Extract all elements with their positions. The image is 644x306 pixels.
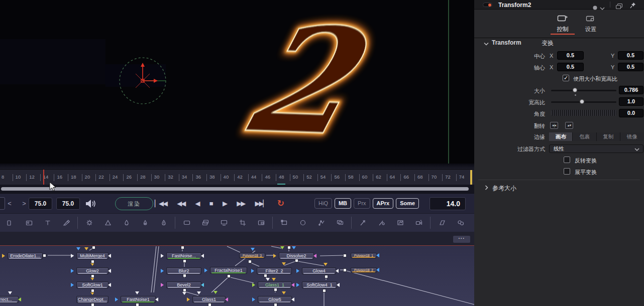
image-plane-3d-icon[interactable] <box>433 216 451 230</box>
connector-square[interactable] <box>295 259 298 262</box>
connector-white-arrow[interactable] <box>108 283 111 287</box>
connector-blue-arrow[interactable] <box>161 269 164 273</box>
edge-option-2[interactable]: 复制 <box>597 132 620 141</box>
levels-icon[interactable] <box>98 216 117 230</box>
connector-white-arrow[interactable] <box>201 254 204 258</box>
play-button[interactable]: ▶ <box>223 197 227 210</box>
connector-blue-arrow[interactable] <box>376 268 379 272</box>
quality-aprx-button[interactable]: APrx <box>373 198 394 209</box>
timeline-scrollbar[interactable] <box>1 187 469 191</box>
viewer-panel[interactable]: 2 2 2 2 <box>0 0 474 167</box>
pivot-x-field[interactable]: 0.5 <box>557 63 584 71</box>
blur-icon[interactable] <box>117 216 136 230</box>
node-Polygon18_2[interactable]: Polygon18_2 <box>351 267 377 273</box>
connector-white-arrow[interactable] <box>197 291 201 294</box>
flatten-transform-checkbox[interactable] <box>564 168 570 175</box>
center-x-field[interactable]: 0.5 <box>557 51 584 60</box>
connector-square[interactable] <box>227 274 231 278</box>
connector-yellow-arrow[interactable] <box>187 297 190 301</box>
aspect-field[interactable]: 1.0 <box>619 97 643 106</box>
sharpen-icon[interactable] <box>154 216 173 230</box>
connector-square[interactable] <box>264 274 267 277</box>
quality-mb-button[interactable]: MB <box>335 198 351 209</box>
merge-icon[interactable] <box>177 216 196 230</box>
pivot-y-field[interactable]: 0.5 <box>618 63 643 71</box>
edge-option-0[interactable]: 画布 <box>549 132 572 141</box>
media-in-icon[interactable] <box>1 216 20 230</box>
connector-white-arrow[interactable] <box>108 254 111 258</box>
node-Glow5[interactable]: Glow5 <box>258 296 292 303</box>
playhead[interactable] <box>43 170 44 185</box>
connector-blue-arrow[interactable] <box>76 247 80 250</box>
connector-white-arrow[interactable] <box>291 297 294 301</box>
color-corrector-icon[interactable] <box>80 216 98 230</box>
go-last-button[interactable]: ▶▶▏ <box>255 197 267 210</box>
connector-blue-arrow[interactable] <box>71 269 74 273</box>
transform-section-chevron[interactable] <box>484 40 489 47</box>
connector-blue-arrow[interactable] <box>292 246 296 249</box>
connector-blue-arrow[interactable] <box>251 248 255 251</box>
connector-yellow-arrow[interactable] <box>90 263 94 266</box>
node-Polygon18_3[interactable]: Polygon18_3 <box>239 253 265 258</box>
connector-square[interactable] <box>274 288 277 291</box>
angle-field[interactable]: 0.0 <box>619 109 643 117</box>
size-slider-handle[interactable] <box>573 88 577 92</box>
connector-square[interactable] <box>287 246 291 249</box>
ellipse-mask-icon[interactable] <box>293 216 312 230</box>
multi-merge-icon[interactable] <box>196 216 214 230</box>
node-enable-toggle[interactable] <box>483 3 492 7</box>
range-start-field[interactable]: 75.0 <box>29 198 52 210</box>
size-slider-track[interactable] <box>551 90 616 91</box>
invert-transform-checkbox[interactable] <box>564 157 570 163</box>
quality-prx-button[interactable]: Prx <box>354 198 370 209</box>
rectangle-mask-icon[interactable] <box>275 216 293 230</box>
connector-pink-arrow[interactable] <box>161 283 164 287</box>
connector-white-arrow[interactable] <box>71 254 74 258</box>
connector-blue-arrow[interactable] <box>204 268 207 272</box>
connector-lime-arrow[interactable] <box>213 291 218 294</box>
node-Filter2_2[interactable]: Filter2_2 <box>257 267 292 274</box>
node-ErodeDilate1[interactable]: ErodeDilate1... <box>8 252 43 259</box>
connector-blue-arrow[interactable] <box>296 283 299 287</box>
node-Glow4[interactable]: Glow4 <box>302 267 336 274</box>
renderer-3d-icon[interactable] <box>391 216 409 230</box>
step-forward-button[interactable]: > <box>20 197 29 210</box>
node-Correct[interactable]: Correct... <box>0 296 19 303</box>
angle-thumbwheel[interactable] <box>551 110 616 116</box>
current-frame-field[interactable]: 14.0 <box>430 197 466 210</box>
camera-3d-icon[interactable] <box>409 216 428 230</box>
connector-square[interactable] <box>43 254 46 257</box>
connector-white-arrow[interactable] <box>266 278 270 281</box>
connector-pink-arrow[interactable] <box>291 283 294 287</box>
connector-square[interactable] <box>91 260 94 263</box>
connector-white-arrow[interactable] <box>337 283 340 287</box>
connector-white-arrow[interactable] <box>8 291 12 294</box>
node-editor-menu-button[interactable]: ··· <box>453 236 470 243</box>
edge-stub-button[interactable] <box>0 197 5 210</box>
flip-vertical-button[interactable]: ▴-▾ <box>565 122 573 129</box>
connector-white-arrow[interactable] <box>336 269 339 273</box>
connector-square[interactable] <box>325 275 328 278</box>
node-ChangeDept[interactable]: ChangeDept... <box>76 296 109 303</box>
connector-yellow-arrow[interactable] <box>324 263 328 266</box>
node-FastNoise[interactable]: FastNoise... <box>166 252 201 259</box>
connector-square[interactable] <box>343 268 347 272</box>
audio-mute-button[interactable] <box>84 199 96 209</box>
crop-icon[interactable] <box>233 216 252 230</box>
connector-square[interactable] <box>183 274 186 277</box>
media-out-icon[interactable] <box>214 216 233 230</box>
filter-method-dropdown[interactable]: 线性 <box>549 144 643 153</box>
node-FastNoise1[interactable]: FastNoise1 <box>121 296 156 303</box>
connector-square[interactable] <box>91 303 94 306</box>
connector-square[interactable] <box>323 289 326 292</box>
node-FractalNoise1[interactable]: FractalNoise1 <box>210 267 247 274</box>
size-field[interactable]: 0.786 <box>619 86 643 94</box>
connector-white-arrow[interactable] <box>182 292 186 295</box>
connector-square[interactable] <box>91 289 94 292</box>
node-Bevel2[interactable]: Bevel2 <box>166 281 201 288</box>
connector-yellow-arrow[interactable] <box>2 254 5 258</box>
aspect-slider-handle[interactable] <box>580 99 584 104</box>
tab-control[interactable]: 控制 <box>551 15 575 33</box>
connector-yellow-arrow[interactable] <box>90 277 94 280</box>
connector-blue-arrow[interactable] <box>115 297 118 301</box>
